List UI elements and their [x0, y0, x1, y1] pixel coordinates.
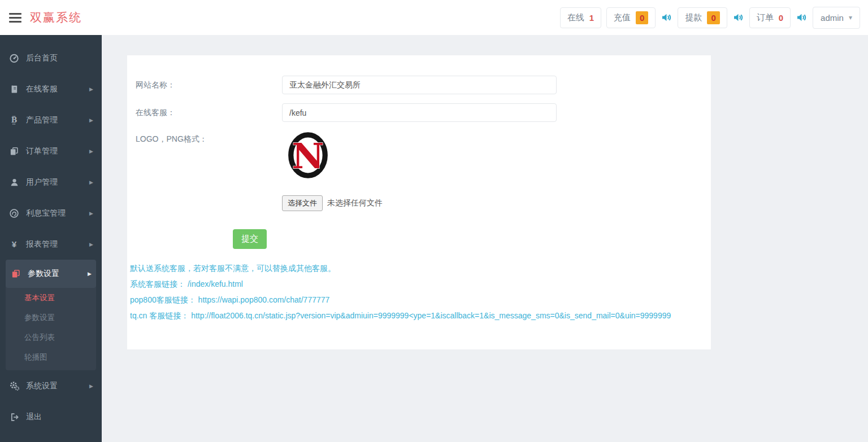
order-stat-label: 订单 [757, 12, 774, 23]
sidebar-item-products[interactable]: B 产品管理 ▶ [0, 104, 102, 135]
sidebar-item-label: 订单管理 [26, 146, 58, 156]
sidebar-item-label: 用户管理 [26, 177, 58, 187]
sidebar-group-parameters: 参数设置 ▶ 基本设置 参数设置 公告列表 轮播图 [6, 260, 96, 370]
logo-label: LOGO，PNG格式： [127, 131, 282, 145]
settings-card: 网站名称： 在线客服： LOGO，PNG格式： N 选择文件 未选择任何文件 [127, 55, 711, 349]
copy-icon [10, 268, 21, 279]
online-service-input[interactable] [282, 103, 557, 122]
online-stat-label: 在线 [567, 12, 584, 23]
withdraw-speaker-icon[interactable] [732, 12, 744, 23]
withdraw-stat-box[interactable]: 提款 0 [678, 7, 727, 28]
sidebar-item-system-settings[interactable]: 系统设置 ▶ [0, 370, 102, 401]
submenu-label: 轮播图 [24, 352, 47, 362]
chevron-right-icon: ▶ [89, 242, 93, 247]
site-logo: N [284, 131, 332, 180]
withdraw-stat-label: 提款 [685, 12, 702, 23]
top-header: 双赢系统 在线 1 充值 0 提款 0 订单 0 admin ▾ [0, 0, 868, 35]
note-default-service: 默认送系统客服，若对客服不满意，可以替换成其他客服。 [130, 264, 711, 273]
app-title: 双赢系统 [30, 10, 82, 25]
logo-block: N 选择文件 未选择任何文件 [282, 131, 383, 211]
sidebar-item-label: 报表管理 [26, 239, 58, 250]
submenu-label: 参数设置 [24, 313, 55, 323]
logout-icon [8, 412, 20, 423]
header-right: 在线 1 充值 0 提款 0 订单 0 admin ▾ [560, 7, 868, 29]
sidebar-item-label: 参数设置 [28, 269, 59, 279]
online-stat-box[interactable]: 在线 1 [560, 7, 601, 28]
chevron-right-icon: ▶ [89, 180, 93, 185]
recharge-speaker-icon[interactable] [661, 12, 672, 23]
service-notes: 默认送系统客服，若对客服不满意，可以替换成其他客服。 系统客服链接： /inde… [127, 264, 711, 320]
yen-icon: ¥ [8, 239, 20, 250]
admin-user-menu[interactable]: admin ▾ [813, 7, 860, 29]
sidebar-item-online-service[interactable]: 在线客服 ▶ [0, 73, 102, 104]
sidebar-subitem-carousel[interactable]: 轮播图 [6, 347, 96, 367]
sidebar-item-label: 产品管理 [26, 115, 58, 125]
logo-row: LOGO，PNG格式： N 选择文件 未选择任何文件 [127, 131, 711, 211]
submit-button[interactable]: 提交 [233, 229, 267, 249]
chevron-right-icon: ▶ [88, 271, 92, 277]
sidebar-item-parameters[interactable]: 参数设置 ▶ [6, 260, 96, 288]
sidebar-subitem-announcements[interactable]: 公告列表 [6, 327, 96, 347]
dashboard-icon [8, 52, 20, 64]
withdraw-stat-value: 0 [707, 11, 719, 24]
sidebar-item-users[interactable]: 用户管理 ▶ [0, 167, 102, 198]
chevron-right-icon: ▶ [89, 86, 93, 92]
admin-username: admin [821, 13, 844, 23]
sidebar-item-interest[interactable]: 利息宝管理 ▶ [0, 198, 102, 229]
order-stat-value: 0 [779, 13, 783, 23]
order-stat-box[interactable]: 订单 0 [749, 7, 791, 28]
chevron-right-icon: ▶ [89, 211, 93, 216]
file-status-text: 未选择任何文件 [327, 198, 383, 208]
circle-arrow-icon [8, 208, 20, 219]
svg-text:B: B [11, 116, 18, 124]
note-pop800-service-link: pop800客服链接： https://wapi.pop800.com/chat… [130, 295, 711, 304]
book-icon [8, 84, 20, 95]
online-service-row: 在线客服： [127, 103, 711, 122]
hamburger-menu-icon[interactable] [9, 11, 23, 25]
sidebar-item-reports[interactable]: ¥ 报表管理 ▶ [0, 229, 102, 260]
site-name-label: 网站名称： [127, 80, 282, 90]
sidebar-item-label: 在线客服 [26, 84, 58, 94]
site-name-row: 网站名称： [127, 76, 711, 94]
sidebar-item-label: 系统设置 [26, 381, 58, 391]
bitcoin-icon: B [8, 115, 20, 126]
svg-text:¥: ¥ [12, 239, 17, 249]
recharge-stat-value: 0 [636, 11, 648, 24]
note-system-service-link: 系统客服链接： /index/kefu.html [130, 279, 711, 288]
order-speaker-icon[interactable] [796, 12, 808, 23]
chevron-down-icon: ▾ [849, 14, 852, 21]
main-content: 网站名称： 在线客服： LOGO，PNG格式： N 选择文件 未选择任何文件 [102, 35, 868, 442]
copy-icon [8, 146, 20, 157]
sidebar-item-label: 利息宝管理 [26, 208, 66, 218]
site-name-input[interactable] [282, 76, 557, 94]
sidebar-item-dashboard[interactable]: 后台首页 [0, 42, 102, 73]
choose-file-button[interactable]: 选择文件 [282, 195, 323, 211]
chevron-right-icon: ▶ [89, 117, 93, 123]
svg-text:N: N [292, 135, 324, 177]
sidebar-item-label: 退出 [26, 412, 42, 422]
sidebar: 后台首页 在线客服 ▶ B 产品管理 ▶ 订单管理 ▶ [0, 35, 102, 442]
recharge-stat-label: 充值 [614, 12, 631, 23]
online-stat-value: 1 [589, 13, 594, 23]
gears-icon [8, 380, 20, 392]
online-service-label: 在线客服： [127, 108, 282, 118]
submenu-label: 基本设置 [24, 293, 55, 303]
sidebar-item-logout[interactable]: 退出 [0, 401, 102, 432]
sidebar-subitem-parameter-settings[interactable]: 参数设置 [6, 308, 96, 327]
sidebar-item-label: 后台首页 [26, 53, 58, 63]
recharge-stat-box[interactable]: 充值 0 [606, 7, 656, 28]
submit-row: 提交 [233, 229, 711, 249]
user-icon [8, 177, 20, 188]
chevron-right-icon: ▶ [89, 148, 93, 154]
sidebar-item-orders[interactable]: 订单管理 ▶ [0, 135, 102, 167]
chevron-right-icon: ▶ [89, 383, 93, 389]
sidebar-subitem-basic-settings[interactable]: 基本设置 [6, 288, 96, 308]
submenu-label: 公告列表 [24, 332, 55, 343]
note-tqcn-service-link: tq.cn 客服链接： http://float2006.tq.cn/stati… [130, 311, 711, 320]
file-input-row: 选择文件 未选择任何文件 [282, 195, 383, 211]
